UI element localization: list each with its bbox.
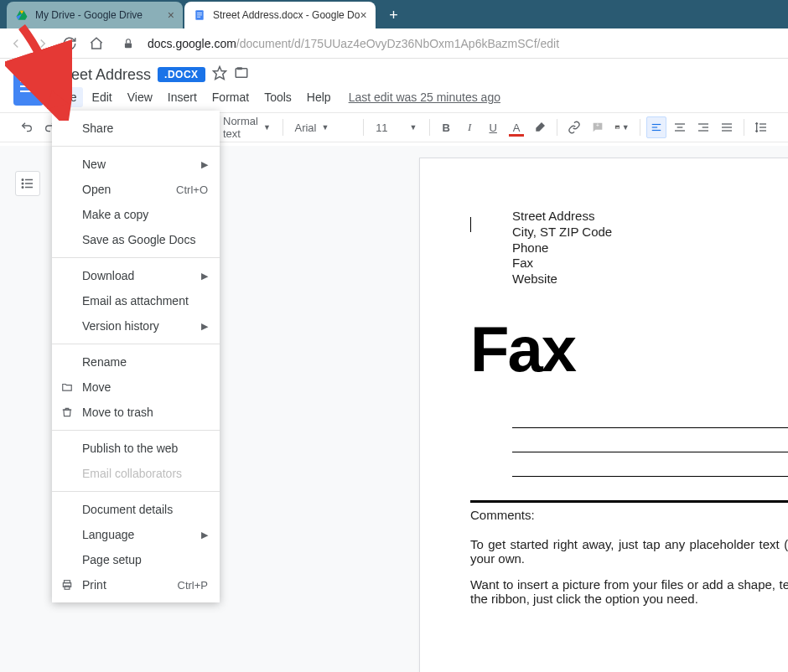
close-icon[interactable]: ×	[360, 8, 366, 22]
svg-point-34	[22, 187, 23, 189]
menu-print[interactable]: PrintCtrl+P	[52, 572, 220, 597]
menu-share[interactable]: Share	[52, 116, 220, 141]
bold-button[interactable]: B	[436, 116, 456, 138]
underline-button[interactable]: U	[483, 116, 503, 138]
docs-app-icon[interactable]	[13, 67, 44, 106]
address-line[interactable]: Street Address	[512, 209, 788, 225]
tab-label: My Drive - Google Drive	[35, 9, 143, 21]
svg-text:+: +	[596, 122, 599, 128]
outline-toggle-button[interactable]	[15, 171, 40, 196]
browser-address-bar: docs.google.com/document/d/175UUaz4eOvyD…	[0, 28, 788, 59]
menu-email-collab: Email collaborators	[52, 461, 220, 486]
chevron-right-icon: ▶	[201, 530, 208, 540]
body-paragraph[interactable]: Want to insert a picture from your files…	[470, 577, 788, 606]
undo-icon[interactable]	[17, 116, 37, 138]
new-tab-button[interactable]: +	[382, 3, 406, 27]
address-block: Street Address City, ST ZIP Code Phone F…	[512, 209, 788, 287]
menu-download[interactable]: Download▶	[52, 263, 220, 288]
drive-icon	[15, 8, 29, 22]
tab-label: Street Address.docx - Google Do	[213, 9, 360, 21]
align-right-button[interactable]	[693, 116, 713, 138]
svg-rect-5	[197, 14, 202, 15]
svg-rect-6	[197, 17, 200, 18]
menu-tools[interactable]: Tools	[258, 87, 298, 107]
menu-format[interactable]: Format	[206, 87, 255, 107]
forward-icon[interactable]	[35, 36, 50, 51]
menu-new[interactable]: New▶	[52, 152, 220, 177]
font-size-select[interactable]: 11▼	[371, 121, 422, 134]
doc-title[interactable]: Street Address	[52, 66, 151, 84]
trash-icon	[60, 406, 74, 419]
browser-tab-strip: My Drive - Google Drive × Street Address…	[0, 0, 788, 28]
svg-rect-7	[125, 43, 132, 48]
chevron-right-icon: ▶	[201, 321, 208, 332]
menu-doc-details[interactable]: Document details	[52, 497, 220, 522]
menu-save-as-gdocs[interactable]: Save as Google Docs	[52, 227, 220, 252]
address-line[interactable]: Fax	[512, 256, 788, 271]
last-edit-link[interactable]: Last edit was 25 minutes ago	[349, 90, 500, 104]
reload-icon[interactable]	[62, 36, 77, 51]
address-line[interactable]: Website	[512, 271, 788, 287]
menu-version-history[interactable]: Version history▶	[52, 313, 220, 339]
menu-publish-web[interactable]: Publish to the web	[52, 436, 220, 461]
menu-move[interactable]: Move	[52, 375, 220, 400]
svg-point-32	[22, 179, 23, 181]
url-display[interactable]: docs.google.com/document/d/175UUaz4eOvyD…	[148, 37, 780, 50]
chevron-right-icon: ▶	[201, 271, 208, 282]
svg-point-33	[22, 183, 23, 184]
browser-tab-docs[interactable]: Street Address.docx - Google Do ×	[184, 2, 376, 28]
file-menu-dropdown: Share New▶ OpenCtrl+O Make a copy Save a…	[52, 111, 220, 602]
print-icon	[60, 578, 74, 592]
menu-move-trash[interactable]: Move to trash	[52, 400, 220, 425]
menu-open[interactable]: OpenCtrl+O	[52, 177, 220, 202]
svg-rect-10	[237, 68, 241, 70]
menu-email-attachment[interactable]: Email as attachment	[52, 288, 220, 313]
body-paragraph[interactable]: To get started right away, just tap any …	[470, 537, 788, 566]
image-button[interactable]: ▼	[611, 116, 633, 138]
text-cursor	[470, 217, 471, 232]
move-to-icon[interactable]	[234, 65, 249, 84]
svg-rect-9	[236, 69, 247, 78]
docs-icon	[193, 8, 206, 22]
address-line[interactable]: Phone	[512, 240, 788, 256]
close-icon[interactable]: ×	[168, 8, 174, 22]
menu-edit[interactable]: Edit	[86, 87, 118, 107]
link-button[interactable]	[564, 116, 584, 138]
menu-view[interactable]: View	[122, 87, 158, 107]
align-justify-button[interactable]	[717, 116, 737, 138]
folder-icon	[60, 380, 74, 394]
back-icon[interactable]	[8, 36, 23, 51]
home-icon[interactable]	[89, 36, 104, 51]
menu-language[interactable]: Language▶	[52, 522, 220, 547]
paragraph-style-select[interactable]: Normal text▼	[218, 115, 276, 140]
lock-icon	[121, 36, 136, 51]
menu-insert[interactable]: Insert	[162, 87, 203, 107]
comment-button[interactable]: +	[588, 116, 608, 138]
form-lines	[512, 427, 788, 477]
italic-button[interactable]: I	[459, 116, 480, 138]
align-center-button[interactable]	[670, 116, 690, 138]
menu-bar: File Edit View Insert Format Tools Help …	[52, 87, 500, 107]
highlight-button[interactable]	[530, 116, 550, 138]
text-color-button[interactable]: A	[506, 116, 526, 138]
line-spacing-button[interactable]	[751, 116, 771, 138]
document-page[interactable]: Street Address City, ST ZIP Code Phone F…	[419, 158, 788, 672]
star-icon[interactable]	[212, 65, 227, 84]
svg-marker-8	[213, 67, 226, 80]
docx-badge: .DOCX	[158, 67, 205, 82]
menu-rename[interactable]: Rename	[52, 349, 220, 375]
menu-help[interactable]: Help	[301, 87, 337, 107]
align-left-button[interactable]	[646, 116, 666, 138]
font-select[interactable]: Arial▼	[289, 121, 356, 134]
fax-heading[interactable]: Fax	[470, 313, 788, 385]
comments-label[interactable]: Comments:	[470, 508, 788, 522]
svg-rect-4	[197, 13, 202, 13]
menu-make-copy[interactable]: Make a copy	[52, 202, 220, 227]
address-line[interactable]: City, ST ZIP Code	[512, 225, 788, 240]
menu-file[interactable]: File	[52, 87, 83, 107]
chevron-right-icon: ▶	[201, 159, 208, 170]
docs-header: Street Address .DOCX File Edit View Inse…	[0, 59, 788, 107]
browser-tab-drive[interactable]: My Drive - Google Drive ×	[7, 2, 183, 28]
menu-page-setup[interactable]: Page setup	[52, 547, 220, 572]
